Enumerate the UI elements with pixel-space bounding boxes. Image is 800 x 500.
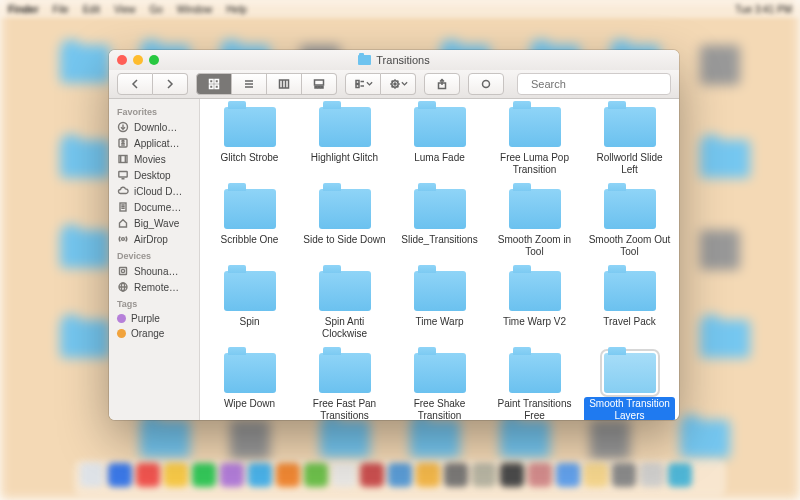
folder-item[interactable]: Time Warp V2: [487, 267, 582, 347]
folder-name: Smooth Transition Layers: [584, 397, 675, 420]
folder-item[interactable]: Paint Transitions Free: [487, 349, 582, 420]
menubar-item[interactable]: View: [114, 4, 136, 15]
dock-item[interactable]: [444, 463, 468, 487]
menubar-item[interactable]: File: [53, 4, 69, 15]
dock-item[interactable]: [416, 463, 440, 487]
folder-item[interactable]: Highlight Glitch: [297, 103, 392, 183]
folder-icon: [414, 353, 466, 393]
sidebar-item[interactable]: Big_Wave: [109, 215, 199, 231]
sidebar-item[interactable]: Applicat…: [109, 135, 199, 151]
folder-item[interactable]: Smooth Transition Layers: [582, 349, 677, 420]
dock-item[interactable]: [304, 463, 328, 487]
dock-item[interactable]: [164, 463, 188, 487]
sidebar-item[interactable]: Downlo…: [109, 119, 199, 135]
folder-icon: [604, 271, 656, 311]
folder-item[interactable]: Scribble One: [202, 185, 297, 265]
sidebar-item[interactable]: Movies: [109, 151, 199, 167]
folder-icon: [509, 189, 561, 229]
dock-item[interactable]: [360, 463, 384, 487]
folder-item[interactable]: Time Warp: [392, 267, 487, 347]
sidebar-item[interactable]: Orange: [109, 326, 199, 341]
sidebar-item[interactable]: Shouna…: [109, 263, 199, 279]
folder-item[interactable]: Travel Pack: [582, 267, 677, 347]
svg-rect-1: [215, 80, 219, 84]
folder-item[interactable]: Side to Side Down: [297, 185, 392, 265]
folder-item[interactable]: Slide_Transitions: [392, 185, 487, 265]
folder-item[interactable]: Smooth Zoom in Tool: [487, 185, 582, 265]
folder-item[interactable]: Free Fast Pan Transitions: [297, 349, 392, 420]
dock-item[interactable]: [640, 463, 664, 487]
sidebar-item[interactable]: Remote…: [109, 279, 199, 295]
list-view-button[interactable]: [232, 73, 267, 95]
dock-item[interactable]: [472, 463, 496, 487]
folder-icon: [509, 271, 561, 311]
folder-item[interactable]: Wipe Down: [202, 349, 297, 420]
dock-item[interactable]: [80, 463, 104, 487]
forward-button[interactable]: [153, 73, 188, 95]
share-button[interactable]: [424, 73, 460, 95]
dock-item[interactable]: [192, 463, 216, 487]
dock-item[interactable]: [668, 463, 692, 487]
folder-item[interactable]: Free Luma Pop Transition: [487, 103, 582, 183]
svg-rect-12: [318, 87, 320, 89]
dock-item[interactable]: [276, 463, 300, 487]
dock-item[interactable]: [388, 463, 412, 487]
dock[interactable]: [74, 460, 726, 496]
folder-icon: [604, 353, 656, 393]
folder-item[interactable]: Luma Fade: [392, 103, 487, 183]
folder-name: Travel Pack: [600, 315, 658, 329]
file-grid[interactable]: Glitch StrobeHighlight GlitchLuma FadeFr…: [200, 99, 679, 420]
menubar-item[interactable]: Help: [226, 4, 247, 15]
dock-item[interactable]: [584, 463, 608, 487]
sidebar-item[interactable]: Purple: [109, 311, 199, 326]
folder-item[interactable]: Spin Anti Clockwise: [297, 267, 392, 347]
action-button[interactable]: [381, 73, 416, 95]
folder-name: Paint Transitions Free: [489, 397, 580, 420]
menubar-item[interactable]: Go: [149, 4, 162, 15]
dock-item[interactable]: [332, 463, 356, 487]
titlebar[interactable]: Transitions: [109, 50, 679, 70]
folder-item[interactable]: Glitch Strobe: [202, 103, 297, 183]
back-button[interactable]: [117, 73, 153, 95]
search-field[interactable]: [517, 73, 671, 95]
remote-icon: [117, 281, 129, 293]
dock-item[interactable]: [528, 463, 552, 487]
dock-item[interactable]: [248, 463, 272, 487]
icon-view-button[interactable]: [196, 73, 232, 95]
menubar-app[interactable]: Finder: [8, 4, 39, 15]
sidebar-item-label: iCloud D…: [134, 186, 182, 197]
folder-name: Rollworld Slide Left: [584, 151, 675, 177]
tags-button[interactable]: [468, 73, 504, 95]
sidebar-item[interactable]: Docume…: [109, 199, 199, 215]
menubar-item[interactable]: Edit: [83, 4, 100, 15]
folder-item[interactable]: Smooth Zoom Out Tool: [582, 185, 677, 265]
folder-icon: [224, 107, 276, 147]
svg-line-27: [397, 81, 398, 82]
dock-item[interactable]: [556, 463, 580, 487]
menubar-item[interactable]: Window: [177, 4, 213, 15]
folder-item[interactable]: Rollworld Slide Left: [582, 103, 677, 183]
sidebar-item-label: Docume…: [134, 202, 181, 213]
dock-item[interactable]: [136, 463, 160, 487]
folder-icon: [604, 107, 656, 147]
minimize-button[interactable]: [133, 55, 143, 65]
folder-item[interactable]: Free Shake Transition: [392, 349, 487, 420]
svg-rect-7: [280, 80, 289, 88]
gallery-view-button[interactable]: [302, 73, 337, 95]
folder-item[interactable]: Spin: [202, 267, 297, 347]
dock-item[interactable]: [612, 463, 636, 487]
svg-point-50: [121, 269, 124, 272]
dock-item[interactable]: [500, 463, 524, 487]
arrange-button[interactable]: [345, 73, 381, 95]
sidebar-item[interactable]: iCloud D…: [109, 183, 199, 199]
sidebar-item[interactable]: AirDrop: [109, 231, 199, 247]
folder-icon: [224, 271, 276, 311]
dock-item[interactable]: [220, 463, 244, 487]
sidebar-item[interactable]: Desktop: [109, 167, 199, 183]
zoom-button[interactable]: [149, 55, 159, 65]
column-view-button[interactable]: [267, 73, 302, 95]
close-button[interactable]: [117, 55, 127, 65]
sidebar-item-label: Purple: [131, 313, 160, 324]
dock-item[interactable]: [108, 463, 132, 487]
search-input[interactable]: [529, 77, 671, 91]
